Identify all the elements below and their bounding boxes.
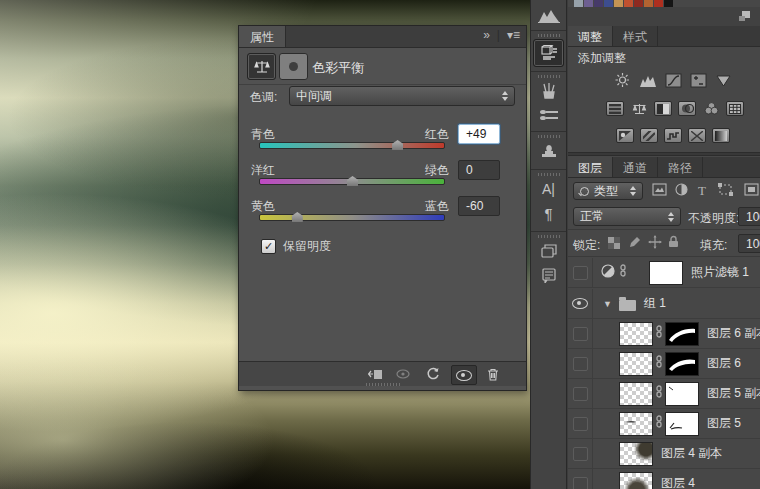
brush-presets-icon[interactable] (531, 103, 566, 127)
layer-row[interactable]: 图层 6 副本 (568, 319, 760, 349)
tab-paths[interactable]: 路径 (658, 157, 703, 177)
gradient-map-icon[interactable] (688, 128, 706, 143)
swatch[interactable] (594, 0, 603, 7)
adjustment-thumb-icon[interactable] (601, 264, 615, 281)
filter-shape-layers-icon[interactable] (718, 183, 733, 196)
tone-select[interactable]: 中间调 (289, 86, 515, 106)
layer-name[interactable]: 图层 5 (707, 415, 741, 432)
group-expand-icon[interactable]: ▼ (603, 299, 612, 309)
tab-adjustments[interactable]: 调整 (568, 26, 613, 46)
preserve-luminosity-checkbox[interactable]: ✓ (261, 239, 276, 254)
mask-link-icon[interactable] (655, 325, 663, 342)
layer-name[interactable]: 照片滤镜 1 (691, 264, 749, 281)
layer-thumbnail[interactable] (619, 442, 653, 466)
character-panel-icon[interactable]: A| (531, 177, 566, 201)
lock-all-icon[interactable] (668, 235, 679, 248)
reset-icon[interactable] (423, 365, 443, 383)
tab-channels[interactable]: 通道 (613, 157, 658, 177)
layer-name[interactable]: 图层 5 副本 (707, 385, 760, 402)
layer-thumbnail[interactable] (619, 412, 653, 436)
swatch[interactable] (614, 0, 623, 7)
color-lookup-icon[interactable] (726, 101, 744, 116)
layer-mask-thumbnail[interactable] (665, 382, 699, 406)
swatch[interactable] (624, 0, 633, 7)
tab-properties[interactable]: 属性 (239, 26, 286, 47)
blend-mode-select[interactable]: 正常 (573, 207, 681, 226)
photo-filter-icon[interactable] (678, 101, 696, 116)
visibility-toggle[interactable] (568, 349, 593, 379)
swatch[interactable] (574, 0, 583, 7)
black-white-icon[interactable] (654, 101, 672, 116)
layer-name[interactable]: 图层 4 副本 (661, 445, 722, 462)
layer-thumbnail[interactable] (619, 382, 653, 406)
mask-link-icon[interactable] (655, 415, 663, 432)
brush-panel-icon[interactable] (531, 79, 566, 103)
brightness-contrast-icon[interactable] (614, 72, 631, 88)
layer-name[interactable]: 图层 6 副本 (707, 325, 760, 342)
layer-mask-thumbnail[interactable] (665, 352, 699, 376)
panel-resize-grip[interactable] (366, 383, 400, 386)
vibrance-icon[interactable] (715, 72, 732, 88)
layer-row[interactable]: 图层 4 (568, 469, 760, 489)
magenta-green-value[interactable]: 0 (458, 160, 500, 180)
layer-mask-icon[interactable] (279, 53, 308, 80)
filter-smart-objects-icon[interactable] (744, 183, 759, 196)
filter-type-layers-icon[interactable]: T (698, 183, 706, 199)
collapse-panel-icon[interactable]: » (483, 28, 490, 42)
layer-row[interactable]: 图层 5 (568, 409, 760, 439)
visibility-toggle[interactable] (568, 258, 593, 288)
curves-icon[interactable] (665, 72, 682, 88)
layer-name[interactable]: 组 1 (644, 295, 666, 312)
layer-thumbnail[interactable] (619, 472, 653, 489)
histogram-icon[interactable] (531, 3, 566, 27)
layer-row-photo-filter-1[interactable]: 照片滤镜 1 (568, 258, 760, 288)
visibility-toggle[interactable] (568, 319, 593, 349)
clone-source-icon[interactable] (531, 139, 566, 163)
visibility-toggle[interactable] (568, 439, 593, 469)
selective-color-icon[interactable] (712, 128, 730, 143)
opacity-value[interactable]: 100 (738, 207, 760, 226)
visibility-toggle[interactable] (568, 289, 593, 319)
exposure-icon[interactable] (690, 72, 707, 88)
hue-saturation-icon[interactable] (606, 101, 624, 116)
layer-mask-thumbnail[interactable] (665, 322, 699, 346)
mask-link-icon[interactable] (619, 264, 627, 281)
color-balance-icon[interactable] (247, 53, 276, 80)
expand-panels-icon[interactable] (738, 10, 751, 25)
yellow-blue-slider-thumb[interactable] (292, 212, 303, 222)
yellow-blue-value[interactable]: -60 (458, 196, 500, 216)
channel-mixer-icon[interactable] (702, 101, 720, 116)
visibility-toggle[interactable] (568, 379, 593, 409)
swatch[interactable] (634, 0, 643, 7)
layer-mask-thumbnail[interactable] (649, 261, 683, 285)
invert-icon[interactable] (616, 128, 634, 143)
visibility-toggle[interactable] (568, 469, 593, 489)
cyan-red-slider-thumb[interactable] (392, 140, 403, 150)
swatch[interactable] (644, 0, 653, 7)
layer-row[interactable]: 图层 6 (568, 349, 760, 379)
toggle-visibility-icon[interactable] (451, 365, 477, 385)
swatch[interactable] (664, 0, 673, 7)
lock-position-icon[interactable] (648, 235, 662, 249)
fill-value[interactable]: 100 (738, 234, 760, 253)
layer-name[interactable]: 图层 6 (707, 355, 741, 372)
view-previous-state-icon[interactable] (393, 365, 413, 383)
cyan-red-value[interactable]: +49 (458, 124, 500, 144)
layer-row[interactable]: 图层 4 副本 (568, 439, 760, 469)
visibility-toggle[interactable] (568, 409, 593, 439)
swatch[interactable] (604, 0, 613, 7)
layer-name[interactable]: 图层 4 (661, 475, 695, 489)
swatch[interactable] (584, 0, 593, 7)
lock-image-icon[interactable] (628, 236, 641, 249)
magenta-green-slider-thumb[interactable] (347, 176, 358, 186)
swatch[interactable] (654, 0, 663, 7)
notes-panel-icon[interactable] (531, 263, 566, 287)
tab-styles[interactable]: 样式 (613, 26, 658, 46)
layer-comps-icon[interactable] (531, 239, 566, 263)
filter-kind-select[interactable]: 类型 (573, 182, 643, 200)
color-balance-icon-small[interactable] (630, 101, 648, 116)
layer-mask-thumbnail[interactable] (665, 412, 699, 436)
magenta-green-slider[interactable] (259, 178, 445, 185)
clip-to-layer-icon[interactable] (365, 365, 385, 383)
layer-thumbnail[interactable] (619, 322, 653, 346)
